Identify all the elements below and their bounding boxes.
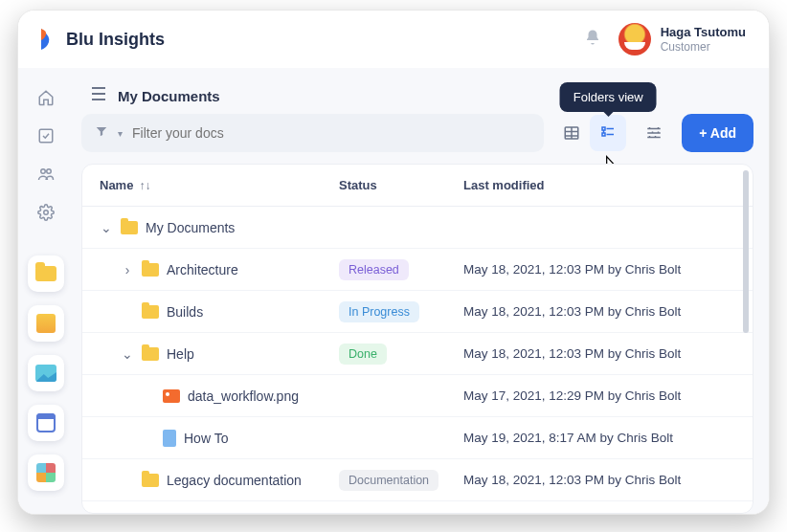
row-name: Builds [167,304,203,320]
col-status-header[interactable]: Status [339,178,463,192]
notifications-icon[interactable] [584,29,601,50]
sort-icon: ↑↓ [139,179,150,192]
scrollbar[interactable] [743,170,749,333]
row-modified: May 18, 2021, 12:03 PM by Chris Bolt [463,304,735,319]
nav-people-icon[interactable] [30,158,62,190]
user-role: Customer [661,40,746,54]
nav-tile-calendar[interactable] [28,405,64,441]
row-modified: May 17, 2021, 12:29 PM by Chris Bolt [463,388,735,403]
row-name: How To [184,431,228,446]
table-row[interactable]: Legacy documentationDocumentationMay 18,… [82,459,753,501]
row-name: Help [167,346,194,362]
expand-caret-icon[interactable]: › [121,262,134,277]
filter-box[interactable]: ▾ [81,114,544,152]
folder-icon [121,221,138,234]
filter-icon [95,124,108,142]
status-badge: Documentation [339,470,438,491]
folder-icon [142,263,159,277]
folder-icon [142,305,159,319]
row-name: Architecture [167,262,238,277]
status-badge: Released [339,259,409,280]
table-row[interactable]: How ToMay 19, 2021, 8:17 AM by Chris Bol… [82,417,753,459]
row-modified: May 19, 2021, 8:17 AM by Chris Bolt [463,431,735,445]
col-name-header[interactable]: Name ↑↓ [100,178,339,192]
status-badge: Done [339,344,387,365]
row-modified: May 18, 2021, 12:03 PM by Chris Bolt [463,262,735,277]
folder-icon [142,474,159,487]
view-folders-button[interactable]: Folders view [590,115,626,151]
svg-point-3 [44,211,49,215]
row-name: data_workflow.png [188,388,299,404]
avatar[interactable] [618,23,651,55]
table-row[interactable]: data_workflow.pngMay 17, 2021, 12:29 PM … [82,375,753,417]
nav-tile-image[interactable] [28,355,64,391]
nav-tasks-icon[interactable] [30,120,62,152]
svg-rect-0 [39,129,53,143]
folder-icon [142,347,159,361]
menu-icon[interactable] [91,87,106,104]
nav-tile-folder[interactable] [28,255,64,292]
tooltip-folders-view: Folders view [560,82,657,112]
row-name: My Documents [146,220,235,235]
page-title: My Documents [118,88,220,104]
document-icon [163,430,176,447]
user-name: Haga Tsutomu [661,25,746,40]
add-button[interactable]: + Add [682,114,753,152]
table-row[interactable]: BuildsIn ProgressMay 18, 2021, 12:03 PM … [82,291,753,333]
row-name: Legacy documentation [167,473,302,488]
nav-home-icon[interactable] [30,81,62,114]
table-row[interactable]: ⌄My Documents [82,207,753,249]
image-icon [163,389,180,403]
nav-settings-icon[interactable] [30,196,62,229]
svg-point-2 [47,169,52,174]
row-modified: May 18, 2021, 12:03 PM by Chris Bolt [463,473,735,487]
chevron-down-icon: ▾ [118,128,123,139]
table-row[interactable]: ⌄HelpDoneMay 18, 2021, 12:03 PM by Chris… [82,333,753,375]
nav-tile-grid[interactable] [28,454,64,491]
row-modified: May 18, 2021, 12:03 PM by Chris Bolt [463,346,735,361]
expand-caret-icon[interactable]: ⌄ [100,220,113,235]
col-modified-header[interactable]: Last modified [463,178,735,192]
table-row[interactable]: ›ArchitectureReleasedMay 18, 2021, 12:03… [82,249,753,291]
brand-logo-icon [37,27,56,52]
status-badge: In Progress [339,301,419,322]
svg-point-1 [41,169,46,174]
nav-tile-notes[interactable] [28,305,64,342]
brand-name: Blu Insights [66,30,165,50]
view-table-button[interactable] [553,115,590,151]
view-settings-button[interactable] [636,115,672,151]
expand-caret-icon[interactable]: ⌄ [121,346,134,362]
filter-input[interactable] [132,125,530,141]
